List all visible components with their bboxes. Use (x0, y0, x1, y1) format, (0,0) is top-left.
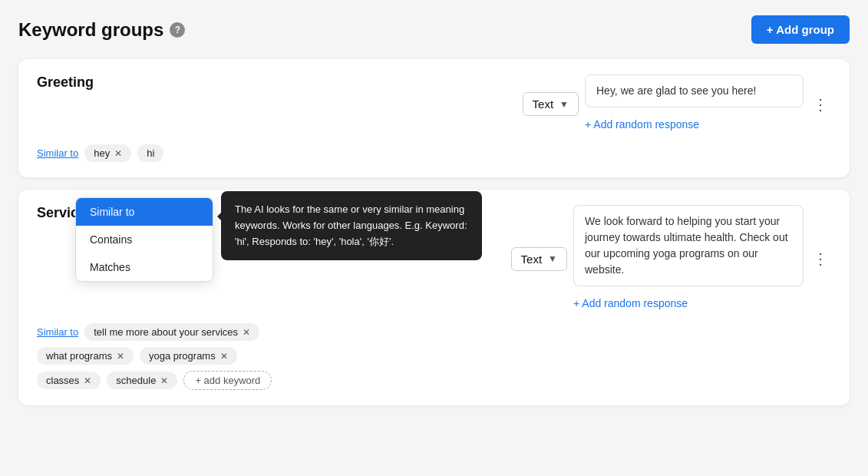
greeting-three-dots-menu[interactable]: ⋮ (810, 97, 831, 112)
keyword-hey: hey (94, 147, 110, 159)
remove-hey-button[interactable]: ✕ (114, 148, 122, 159)
remove-tell-me-button[interactable]: ✕ (243, 327, 250, 338)
services-similar-to-label[interactable]: Similar to (37, 326, 78, 338)
add-group-button[interactable]: + Add group (751, 15, 850, 44)
greeting-dropdown-chevron: ▼ (559, 99, 569, 110)
keyword-tag-hi: hi (137, 144, 163, 162)
keyword-schedule: schedule (116, 375, 156, 386)
page-title-area: Keyword groups ? (18, 19, 185, 41)
remove-yoga-programs-button[interactable]: ✕ (220, 351, 228, 362)
services-keywords-row-3: classes ✕ schedule ✕ + add keyword (37, 371, 831, 390)
page-header: Keyword groups ? + Add group (18, 15, 850, 44)
greeting-add-random-response[interactable]: + Add random response (585, 115, 804, 134)
services-dropdown-chevron: ▼ (548, 253, 557, 264)
dropdown-item-matches[interactable]: Matches (76, 253, 213, 281)
dropdown-item-similar-to[interactable]: Similar to (76, 198, 213, 226)
help-icon[interactable]: ? (170, 22, 185, 38)
keyword-tag-hey: hey ✕ (84, 144, 131, 162)
dropdown-item-contains[interactable]: Contains (76, 226, 213, 253)
services-response-box: We look forward to helping you start you… (573, 205, 804, 286)
greeting-text-dropdown[interactable]: Text ▼ (523, 92, 579, 116)
greeting-card-title: Greeting (37, 74, 94, 91)
services-text-dropdown[interactable]: Text ▼ (511, 247, 567, 271)
similar-to-dropdown-menu: Similar to Contains Matches (75, 197, 213, 282)
services-keywords-row-1: Similar to tell me more about your servi… (37, 323, 831, 341)
keyword-hi: hi (147, 147, 154, 159)
services-add-random-response[interactable]: + Add random response (573, 294, 804, 312)
keyword-tell-me: tell me more about your services (94, 326, 238, 338)
remove-what-programs-button[interactable]: ✕ (117, 351, 124, 362)
greeting-response-box: Hey, we are glad to see you here! (585, 74, 804, 107)
keyword-tag-yoga-programs: yoga programs ✕ (140, 347, 237, 365)
keyword-what-programs: what programs (46, 350, 112, 362)
greeting-similar-to-label[interactable]: Similar to (37, 147, 78, 159)
keyword-tag-classes: classes ✕ (37, 372, 101, 389)
add-keyword-button[interactable]: + add keyword (183, 371, 272, 390)
services-keywords-row-2: what programs ✕ yoga programs ✕ (37, 347, 831, 365)
greeting-dropdown-label: Text (533, 98, 554, 111)
remove-classes-button[interactable]: ✕ (84, 375, 91, 386)
remove-schedule-button[interactable]: ✕ (160, 375, 168, 386)
page-title: Keyword groups (18, 19, 163, 41)
keyword-tag-what-programs: what programs ✕ (37, 347, 134, 365)
greeting-card: Greeting Text ▼ Hey, we are glad to see … (18, 59, 850, 177)
greeting-keywords-row: Similar to hey ✕ hi (37, 144, 831, 162)
keyword-tag-tell-me: tell me more about your services ✕ (84, 323, 259, 341)
services-three-dots-menu[interactable]: ⋮ (810, 251, 831, 266)
keyword-classes: classes (46, 375, 79, 386)
keyword-tag-schedule: schedule ✕ (107, 372, 177, 389)
services-dropdown-label: Text (521, 253, 543, 266)
keyword-yoga-programs: yoga programs (149, 350, 216, 362)
